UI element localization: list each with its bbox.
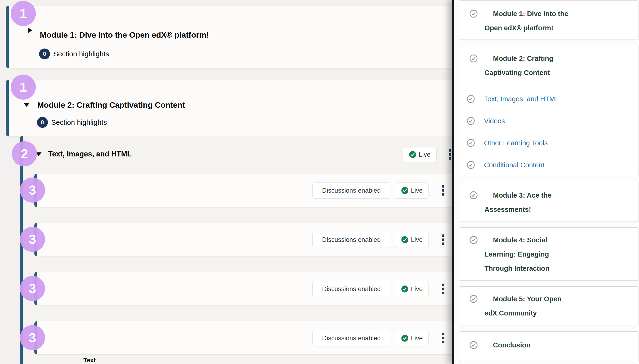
discussions-enabled-badge: Discussions enabled [312, 182, 390, 198]
unit-live-badge: Live [395, 281, 429, 297]
live-check-icon [401, 187, 409, 194]
sidebar-section-title[interactable]: Module 2: Crafting Captivating Content [485, 51, 574, 80]
completion-check-icon [469, 341, 478, 349]
sidebar-section-conclusion[interactable]: Conclusion [459, 331, 639, 361]
completion-check-icon [467, 117, 475, 125]
live-check-icon [401, 334, 409, 342]
section-title[interactable]: Module 2: Crafting Captivating Content [37, 100, 185, 110]
sidebar-section-title[interactable]: Module 3: Ace the Assessments! [485, 188, 574, 216]
sidebar-subsection-link[interactable]: Videos [484, 117, 505, 125]
subsection-menu-button[interactable] [449, 149, 451, 160]
live-label: Live [419, 151, 431, 158]
sidebar-section-module-3[interactable]: Module 3: Ace the Assessments! [459, 182, 639, 222]
sidebar-subsection-item[interactable]: Videos [466, 110, 638, 132]
sidebar-section-module-4[interactable]: Module 4: Social Learning: Engaging Thro… [459, 228, 639, 281]
section-title[interactable]: Module 1: Dive into the Open edX® platfo… [40, 30, 209, 40]
sidebar-section-module-2: Module 2: Crafting Captivating Content T… [459, 46, 639, 176]
unit-menu-button[interactable] [442, 284, 445, 294]
unit-menu-button[interactable] [442, 234, 445, 245]
live-label: Live [411, 286, 423, 293]
discussions-enabled-badge: Discussions enabled [312, 281, 390, 297]
sidebar-subsection-link[interactable]: Conditional Content [484, 161, 544, 169]
annotation-marker: 3 [20, 227, 45, 252]
sidebar-section-title[interactable]: Conclusion [485, 338, 574, 352]
annotation-marker: 1 [11, 74, 36, 100]
sidebar-subsection-link[interactable]: Text, Images, and HTML [484, 95, 559, 103]
annotation-marker: 2 [12, 141, 37, 166]
sidebar-subsection-item[interactable]: Conditional Content [466, 154, 638, 176]
course-outline-page: Module 1: Dive into the Open edX® platfo… [0, 0, 639, 364]
sidebar-section-module-1[interactable]: Module 1: Dive into the Open edX® platfo… [459, 0, 639, 40]
completion-check-icon [469, 10, 478, 18]
live-label: Live [411, 335, 423, 342]
live-check-icon [401, 236, 409, 244]
annotation-marker: 3 [20, 178, 45, 202]
course-navigation-sidebar: Module 1: Dive into the Open edX® platfo… [452, 0, 639, 364]
highlights-count-badge: 0 [39, 48, 50, 60]
subsection-live-badge: Live [403, 147, 437, 162]
highlights-count-badge: 0 [37, 117, 48, 128]
sidebar-section-title[interactable]: Module 4: Social Learning: Engaging Thro… [485, 233, 574, 276]
completion-check-icon [467, 161, 475, 169]
unit-live-badge: Live [395, 182, 429, 198]
discussions-enabled-badge: Discussions enabled [312, 232, 390, 248]
completion-check-icon [467, 95, 475, 103]
sidebar-section-title[interactable]: Module 5: Your Open edX Community [485, 292, 574, 320]
sidebar-section-title[interactable]: Module 1: Dive into the Open edX® platfo… [485, 7, 574, 35]
subsection-title[interactable]: Text, Images, and HTML [48, 150, 132, 158]
expand-caret-icon[interactable] [28, 28, 33, 33]
annotation-marker: 3 [20, 276, 45, 301]
highlights-label[interactable]: Section highlights [51, 118, 107, 126]
annotation-marker: 1 [11, 1, 36, 26]
live-check-icon [401, 285, 409, 293]
sidebar-subsection-link[interactable]: Other Learning Tools [484, 139, 548, 147]
live-check-icon [409, 151, 416, 158]
completion-check-icon [469, 54, 478, 63]
completion-check-icon [469, 191, 478, 200]
highlights-label[interactable]: Section highlights [53, 50, 109, 58]
completion-check-icon [467, 139, 475, 147]
discussions-enabled-badge: Discussions enabled [312, 330, 390, 346]
unit-title[interactable]: Text [83, 357, 96, 364]
annotation-marker: 3 [20, 325, 45, 350]
sidebar-subsection-item[interactable]: Text, Images, and HTML [466, 88, 638, 110]
unit-menu-button[interactable] [442, 333, 445, 344]
sidebar-subsection-item[interactable]: Other Learning Tools [466, 132, 638, 154]
live-label: Live [411, 187, 423, 194]
completion-check-icon [469, 236, 478, 244]
completion-check-icon [469, 295, 478, 303]
sidebar-section-module-5[interactable]: Module 5: Your Open edX Community [459, 286, 639, 326]
unit-live-badge: Live [395, 232, 429, 248]
collapse-caret-icon[interactable] [23, 103, 30, 107]
live-label: Live [411, 236, 423, 244]
unit-live-badge: Live [395, 330, 429, 346]
unit-menu-button[interactable] [442, 185, 445, 196]
